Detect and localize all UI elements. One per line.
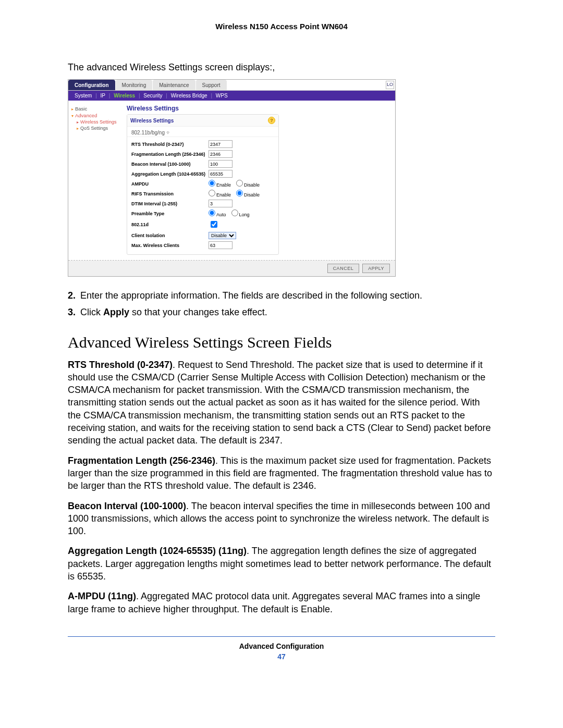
ampdu-enable[interactable]: Enable	[209, 180, 231, 188]
wireless-mode: 802.11b/bg/ng ᯤ	[127, 127, 278, 137]
sub-nav: System | IP | Wireless | Security | Wire…	[68, 91, 395, 101]
agg-input[interactable]	[209, 170, 232, 178]
content-title: Wireless Settings	[127, 104, 390, 114]
max-clients-input[interactable]	[209, 241, 232, 249]
footer-section: Advanced Configuration	[68, 642, 495, 650]
ampdu-label: AMPDU	[131, 181, 209, 187]
d802-label: 802.11d	[131, 222, 209, 227]
frag-input[interactable]	[209, 150, 232, 158]
page-number: 47	[68, 652, 495, 661]
tab-maintenance[interactable]: Maintenance	[153, 80, 195, 90]
step-list: 2. Enter the appropriate information. Th…	[68, 289, 495, 319]
client-iso-select[interactable]: Disable	[209, 232, 236, 239]
wifi-icon: ᯤ	[165, 130, 172, 135]
step-num-2: 2.	[68, 289, 80, 302]
ampdu-disable[interactable]: Disable	[236, 180, 260, 188]
intro-text: The advanced Wireless Settings screen di…	[68, 62, 495, 73]
para-ampdu: A-MPDU (11ng). Aggregated MAC protocol d…	[68, 590, 495, 615]
sidebar: ▸Basic ▾Advanced ▸Wireless Settings ▸QoS…	[68, 101, 127, 260]
preamble-auto[interactable]: Auto	[209, 209, 226, 217]
subnav-security[interactable]: Security	[142, 93, 163, 98]
subnav-wireless-bridge[interactable]: Wireless Bridge	[170, 93, 209, 98]
cancel-button[interactable]: CANCEL	[327, 264, 360, 273]
preamble-label: Preamble Type	[131, 211, 209, 216]
rifs-enable[interactable]: Enable	[209, 190, 231, 198]
dtim-label: DTIM Interval (1-255)	[131, 201, 209, 206]
screenshot-panel: Configuration Monitoring Maintenance Sup…	[68, 79, 396, 277]
section-heading: Advanced Wireless Settings Screen Fields	[68, 334, 495, 351]
panel-heading: Wireless Settings	[130, 118, 174, 124]
subnav-wps[interactable]: WPS	[215, 93, 229, 98]
subnav-wireless[interactable]: Wireless	[113, 93, 136, 98]
sidebar-wireless-settings[interactable]: ▸Wireless Settings	[77, 119, 124, 125]
subnav-ip[interactable]: IP	[100, 93, 106, 98]
apply-button[interactable]: APPLY	[362, 264, 390, 273]
tab-monitoring[interactable]: Monitoring	[116, 80, 153, 90]
step-text-3: Click Apply so that your changes take ef…	[80, 306, 267, 318]
para-rts: RTS Threshold (0-2347). Request to Send …	[68, 359, 495, 447]
footer-bar: CANCEL APPLY	[68, 261, 395, 276]
settings-panel: Wireless Settings ? 802.11b/bg/ng ᯤ RTS …	[127, 114, 279, 255]
beacon-input[interactable]	[209, 160, 232, 168]
help-icon[interactable]: ?	[268, 117, 275, 124]
main-tabs: Configuration Monitoring Maintenance Sup…	[68, 80, 395, 90]
footer-rule	[68, 636, 495, 637]
preamble-long[interactable]: Long	[231, 209, 250, 217]
tab-support[interactable]: Support	[196, 80, 227, 90]
sidebar-advanced[interactable]: ▾Advanced	[71, 113, 124, 118]
rifs-label: RIFS Transmission	[131, 191, 209, 196]
rts-input[interactable]	[209, 140, 232, 148]
step-num-3: 3.	[68, 306, 80, 318]
sidebar-qos-settings[interactable]: ▸QoS Settings	[77, 126, 124, 131]
rts-label: RTS Threshold (0-2347)	[131, 142, 209, 147]
logout-icon[interactable]: LO	[386, 81, 394, 89]
max-clients-label: Max. Wireless Clients	[131, 243, 209, 248]
para-frag: Fragmentation Length (256-2346). This is…	[68, 454, 495, 492]
rifs-disable[interactable]: Disable	[236, 190, 260, 198]
frag-label: Fragmentation Length (256-2346)	[131, 152, 209, 157]
sidebar-basic[interactable]: ▸Basic	[71, 106, 124, 112]
subnav-system[interactable]: System	[74, 93, 93, 98]
tab-configuration[interactable]: Configuration	[68, 80, 115, 90]
dtim-input[interactable]	[209, 200, 232, 207]
beacon-label: Beacon Interval (100-1000)	[131, 162, 209, 167]
client-iso-label: Client Isolation	[131, 233, 209, 238]
d802-checkbox[interactable]	[211, 221, 217, 228]
page-header: Wireless N150 Access Point WN604	[68, 22, 495, 31]
para-agg: Aggregation Length (1024-65535) (11ng). …	[68, 545, 495, 583]
step-text-2: Enter the appropriate information. The f…	[80, 289, 422, 302]
agg-label: Aggregation Length (1024-65535)	[131, 171, 209, 177]
para-beacon: Beacon Interval (100-1000). The beacon i…	[68, 500, 495, 538]
